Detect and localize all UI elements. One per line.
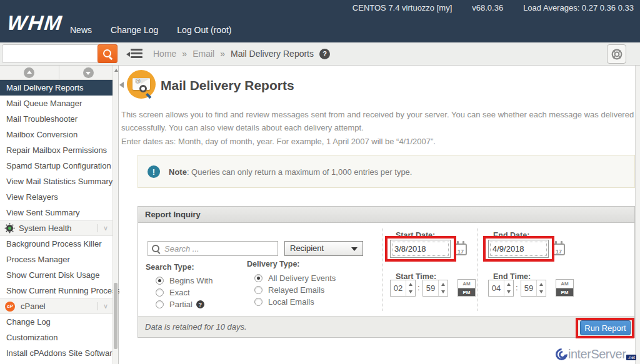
form-divider: [477, 228, 478, 311]
support-button[interactable]: [607, 44, 626, 64]
end-minute-input[interactable]: [521, 280, 536, 296]
radio-all-delivery-events[interactable]: All Delivery Events: [254, 272, 336, 284]
nav-logout-link[interactable]: Log Out (root): [177, 25, 231, 35]
nav-changelog-link[interactable]: Change Log: [111, 25, 158, 35]
spinner-up-arrow[interactable]: [406, 280, 415, 288]
start-minute-input[interactable]: [423, 280, 438, 296]
search-type-label: Search Type:: [146, 263, 194, 272]
lifering-icon: [611, 48, 623, 61]
quick-search-input[interactable]: [5, 46, 96, 61]
scrollbar-up-arrow[interactable]: [114, 69, 118, 72]
sidebar-scroll-up-tab[interactable]: [0, 66, 59, 79]
sidebar-item-change-log[interactable]: Change Log: [0, 314, 113, 330]
chevron-down-icon[interactable]: ∨: [98, 224, 113, 232]
report-search-box: [148, 241, 278, 256]
panel-title: Report Inquiry: [138, 207, 634, 223]
spinner-down-arrow[interactable]: [406, 288, 415, 297]
quick-search-button[interactable]: [98, 44, 118, 63]
start-date-calendar-icon[interactable]: 17: [454, 243, 467, 255]
sidebar-scrollbar[interactable]: [112, 66, 118, 364]
sidebar-scroll-down-tab[interactable]: [59, 66, 119, 79]
report-search-input[interactable]: [164, 243, 274, 254]
spinner-down-arrow[interactable]: [439, 288, 448, 297]
radio-local-emails[interactable]: Local Emails: [254, 296, 336, 308]
server-status-line: CENTOS 7.4 virtuozzo [my] v68.0.36 Load …: [352, 3, 634, 12]
sidebar-item-mailbox-conversion[interactable]: Mailbox Conversion: [0, 127, 113, 142]
run-report-button[interactable]: Run Report: [580, 320, 631, 335]
sidebar-item-show-current-running-processes[interactable]: Show Current Running Processes: [0, 283, 113, 298]
collapse-menu-icon[interactable]: [126, 49, 142, 59]
chevron-down-icon[interactable]: ∨: [98, 302, 113, 310]
gear-icon: [6, 225, 13, 232]
spinner-down-arrow[interactable]: [537, 288, 546, 297]
whm-logo[interactable]: WHM: [6, 11, 64, 35]
interserver-logo: interServer .net: [556, 347, 636, 362]
start-hour-input[interactable]: [391, 280, 406, 296]
radio-label: Local Emails: [268, 297, 314, 307]
delivery-type-label: Delivery Type:: [247, 260, 300, 268]
radio-icon[interactable]: [156, 277, 164, 285]
sidebar-section-system-health[interactable]: System Health ∨: [0, 220, 113, 236]
search-type-options: Begins With Exact Partial ?: [156, 275, 212, 310]
help-icon[interactable]: ?: [319, 49, 330, 59]
partial-help-icon[interactable]: ?: [196, 300, 204, 308]
sidebar-item-mail-delivery-reports[interactable]: Mail Delivery Reports: [0, 80, 113, 96]
sidebar-collapse-arrow-icon[interactable]: [119, 82, 124, 88]
radio-relayed-emails[interactable]: Relayed Emails: [254, 284, 336, 296]
end-hour-input[interactable]: [489, 280, 504, 296]
start-am-option[interactable]: AM: [458, 279, 476, 288]
radio-partial[interactable]: Partial ?: [156, 298, 212, 310]
sidebar-item-repair-mailbox-permissions[interactable]: Repair Mailbox Permissions: [0, 142, 113, 158]
end-date-calendar-icon[interactable]: 17: [552, 243, 565, 255]
intro-line-1: This screen allows you to find and revie…: [121, 109, 640, 135]
sidebar-item-mail-queue-manager[interactable]: Mail Queue Manager: [0, 96, 113, 111]
nav-news-link[interactable]: News: [70, 25, 92, 35]
end-am-option[interactable]: AM: [556, 279, 574, 288]
spinner-up-arrow[interactable]: [504, 280, 513, 288]
radio-begins-with[interactable]: Begins With: [156, 275, 212, 287]
end-date-input[interactable]: [488, 240, 549, 258]
spinner-up-arrow[interactable]: [537, 280, 546, 288]
sidebar-item-show-current-disk-usage[interactable]: Show Current Disk Usage: [0, 267, 113, 283]
mail-delivery-reports-icon: @: [127, 70, 156, 99]
whm-version: v68.0.36: [472, 3, 503, 12]
page-scrollbar[interactable]: [635, 66, 640, 364]
sidebar-item-spamd-startup-configuration[interactable]: Spamd Startup Configuration: [0, 158, 113, 174]
radio-icon[interactable]: [254, 298, 262, 306]
spinner-down-arrow[interactable]: [504, 288, 513, 297]
sidebar-item-view-relayers[interactable]: View Relayers: [0, 189, 113, 205]
radio-icon[interactable]: [156, 300, 164, 308]
recipient-select[interactable]: Recipient: [284, 241, 363, 256]
time-colon: :: [516, 283, 518, 292]
sidebar-item-process-manager[interactable]: Process Manager: [0, 252, 113, 267]
start-date-label: Start Date:: [396, 231, 435, 240]
sidebar-item-customization[interactable]: Customization: [0, 330, 113, 345]
radio-label: Relayed Emails: [268, 285, 324, 295]
radio-icon[interactable]: [156, 288, 164, 297]
load-averages: Load Averages: 0.27 0.36 0.33: [523, 3, 634, 12]
sidebar: Mail Delivery Reports Mail Queue Manager…: [0, 66, 119, 364]
start-pm-option[interactable]: PM: [458, 288, 476, 297]
sidebar-tabs: [0, 66, 118, 80]
breadcrumb-separator: »: [220, 49, 225, 59]
brand-name: interServer: [568, 347, 626, 362]
radio-icon[interactable]: [254, 286, 262, 294]
whm-page: CENTOS 7.4 virtuozzo [my] v68.0.36 Load …: [0, 0, 640, 364]
radio-icon[interactable]: [254, 274, 262, 282]
end-pm-option[interactable]: PM: [556, 288, 574, 297]
breadcrumb-email[interactable]: Email: [192, 49, 214, 59]
intro-line-2: Enter dates as: Month, day of month, yea…: [121, 135, 640, 149]
sidebar-item-view-mail-statistics-summary[interactable]: View Mail Statistics Summary: [0, 174, 113, 189]
radio-exact[interactable]: Exact: [156, 287, 212, 298]
breadcrumb-home[interactable]: Home: [153, 49, 176, 59]
start-date-input[interactable]: [390, 240, 451, 258]
sidebar-item-view-sent-summary[interactable]: View Sent Summary: [0, 205, 113, 220]
sidebar-section-cpanel[interactable]: cP cPanel ∨: [0, 298, 113, 314]
sidebar-item-install-cpaddons-site-software[interactable]: Install cPAddons Site Software: [0, 345, 113, 361]
sidebar-scrollbar-thumb[interactable]: [114, 283, 118, 349]
sidebar-item-background-process-killer[interactable]: Background Process Killer: [0, 236, 113, 252]
sidebar-item-mail-troubleshooter[interactable]: Mail Troubleshooter: [0, 111, 113, 127]
spinner-up-arrow[interactable]: [439, 280, 448, 288]
quick-search-box: [2, 44, 118, 63]
delivery-type-options: All Delivery Events Relayed Emails Local…: [254, 272, 336, 308]
